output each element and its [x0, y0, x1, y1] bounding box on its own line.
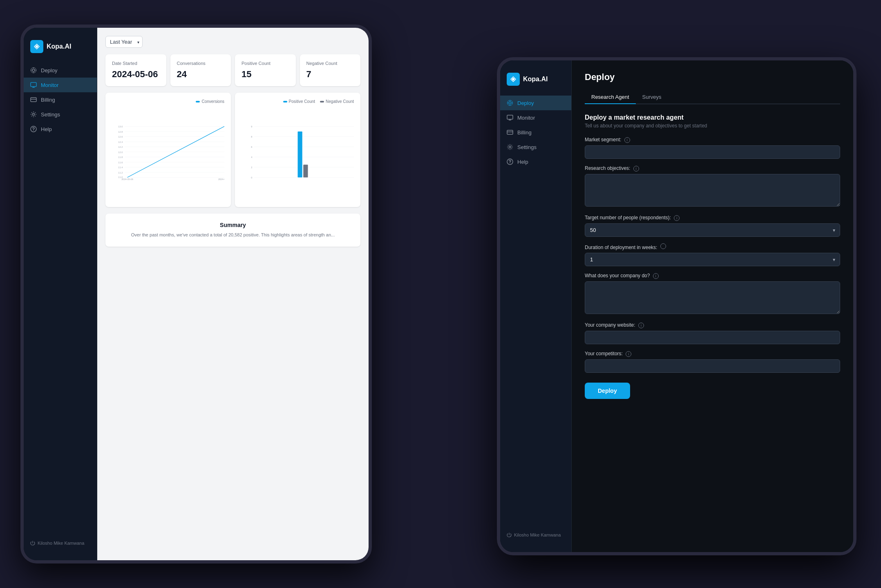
svg-text:11.4: 11.4 — [118, 166, 123, 169]
fg-logo-text: Kopa.AI — [523, 76, 548, 83]
monitor-icon — [30, 82, 37, 88]
svg-point-57 — [510, 105, 510, 106]
chart1-legend: Conversions — [112, 99, 224, 104]
metric-date-started: Date Started 2024-05-06 — [105, 54, 166, 86]
website-info[interactable]: i — [638, 323, 644, 328]
competitors-label: Your competitors: i — [585, 351, 840, 357]
metric-neg-value: 7 — [306, 69, 354, 80]
bg-nav-deploy-label: Deploy — [41, 67, 57, 74]
fg-nav-deploy-label: Deploy — [517, 100, 534, 106]
duration-select-wrap: 1 2 4 — [585, 253, 840, 266]
bg-tablet: Kopa.AI Deploy Moni — [20, 24, 372, 564]
filter-select-wrap[interactable]: Last Year — [105, 36, 143, 48]
fg-nav-help[interactable]: Help — [500, 154, 571, 169]
market-segment-label: Market segment: i — [585, 137, 840, 143]
fg-logo: Kopa.AI — [500, 69, 571, 96]
svg-text:12.6: 12.6 — [118, 136, 123, 138]
deploy-button[interactable]: Deploy — [585, 383, 630, 399]
fg-user-info: Kilosho Mike Kamwana — [500, 526, 571, 544]
svg-point-56 — [510, 100, 510, 101]
svg-point-3 — [33, 67, 34, 68]
metric-positive: Positive Count 15 — [235, 54, 296, 86]
fg-deploy-icon — [507, 100, 513, 106]
fg-nav-billing[interactable]: Billing — [500, 125, 571, 140]
year-filter[interactable]: Last Year — [105, 36, 143, 48]
svg-text:12.4: 12.4 — [118, 141, 123, 143]
respondents-select[interactable]: 50 100 200 — [585, 223, 840, 237]
bg-nav-monitor[interactable]: Monitor — [24, 78, 97, 92]
metric-pos-value: 15 — [241, 69, 289, 80]
bg-nav-help[interactable]: Help — [24, 122, 97, 136]
metric-neg-label: Negative Count — [306, 61, 354, 66]
research-obj-textarea[interactable] — [585, 174, 840, 207]
svg-text:11.8: 11.8 — [118, 156, 123, 158]
form-group-market-segment: Market segment: i — [585, 137, 840, 159]
bg-nav-deploy[interactable]: Deploy — [24, 63, 97, 78]
fg-nav-billing-label: Billing — [517, 129, 532, 136]
power-icon — [30, 541, 35, 546]
fg-tablet: Kopa.AI Deploy Moni — [497, 57, 856, 555]
respondents-select-wrap: 50 100 200 — [585, 223, 840, 237]
svg-rect-63 — [507, 130, 513, 134]
form-group-company-desc: What does your company do? i — [585, 273, 840, 316]
bg-main: Last Year Date Started 2024-05-06 Conver… — [97, 28, 369, 560]
deploy-main: Deploy Research Agent Surveys Deploy a m… — [572, 60, 853, 552]
market-segment-input[interactable] — [585, 145, 840, 159]
fg-logo-icon — [507, 73, 520, 86]
svg-text:9: 9 — [251, 125, 252, 128]
svg-text:2024-05-06: 2024-05-06 — [121, 178, 133, 180]
metric-date-label: Date Started — [112, 61, 160, 66]
fg-billing-icon — [507, 129, 513, 136]
company-desc-label: What does your company do? i — [585, 273, 840, 279]
duration-info — [660, 243, 666, 249]
respondents-label: Target number of people (respondents): i — [585, 215, 840, 221]
fg-settings-icon — [507, 144, 513, 150]
svg-point-58 — [507, 102, 508, 103]
svg-text:4: 4 — [251, 156, 252, 158]
form-group-website: Your company website: i — [585, 322, 840, 344]
fg-username: Kilosho Mike Kamwana — [514, 532, 561, 537]
tab-research-agent[interactable]: Research Agent — [585, 91, 636, 104]
fg-nav-deploy[interactable]: Deploy — [500, 96, 571, 110]
help-icon — [30, 126, 37, 132]
svg-point-4 — [33, 72, 34, 73]
svg-rect-60 — [507, 115, 513, 119]
fg-monitor-icon — [507, 114, 513, 121]
fg-nav-settings[interactable]: Settings — [500, 140, 571, 154]
fg-sidebar: Kopa.AI Deploy Moni — [500, 60, 572, 552]
tab-surveys[interactable]: Surveys — [636, 91, 668, 104]
bg-logo-icon — [30, 40, 43, 53]
bg-nav-billing[interactable]: Billing — [24, 92, 97, 107]
website-input[interactable] — [585, 331, 840, 344]
form-group-respondents: Target number of people (respondents): i… — [585, 215, 840, 237]
bg-nav-settings[interactable]: Settings — [24, 107, 97, 122]
filter-bar: Last Year — [105, 36, 360, 48]
company-desc-info[interactable]: i — [653, 273, 659, 279]
duration-label: Duration of deployment in weeks: — [585, 243, 840, 250]
research-obj-info[interactable]: i — [633, 166, 639, 172]
bg-nav-billing-label: Billing — [41, 97, 55, 103]
svg-point-2 — [31, 68, 36, 73]
respondents-info[interactable]: i — [674, 215, 680, 221]
metric-conversations: Conversations 24 — [170, 54, 231, 86]
market-segment-info[interactable]: i — [624, 137, 630, 143]
svg-point-65 — [509, 146, 511, 148]
svg-text:12.8: 12.8 — [118, 131, 123, 133]
duration-select[interactable]: 1 2 4 — [585, 253, 840, 266]
metrics-grid: Date Started 2024-05-06 Conversations 24… — [105, 54, 360, 86]
svg-rect-10 — [31, 98, 36, 102]
fg-nav-monitor[interactable]: Monitor — [500, 110, 571, 125]
billing-icon — [30, 96, 37, 103]
svg-point-5 — [31, 70, 31, 71]
settings-icon — [30, 111, 37, 118]
competitors-info[interactable]: i — [626, 351, 631, 357]
pos-neg-svg: 9 8 6 4 2 0 — [241, 107, 354, 197]
company-desc-textarea[interactable] — [585, 281, 840, 314]
competitors-input[interactable] — [585, 359, 840, 373]
form-group-research-obj: Research objectives: i — [585, 165, 840, 208]
svg-point-67 — [510, 163, 510, 164]
conversions-svg: 13.0 12.8 12.6 12.4 12.2 12.0 11.8 11.6 … — [112, 107, 224, 197]
metric-conv-label: Conversations — [177, 61, 225, 66]
fg-nav-monitor-label: Monitor — [517, 115, 535, 121]
form-group-duration: Duration of deployment in weeks: 1 2 4 — [585, 243, 840, 266]
